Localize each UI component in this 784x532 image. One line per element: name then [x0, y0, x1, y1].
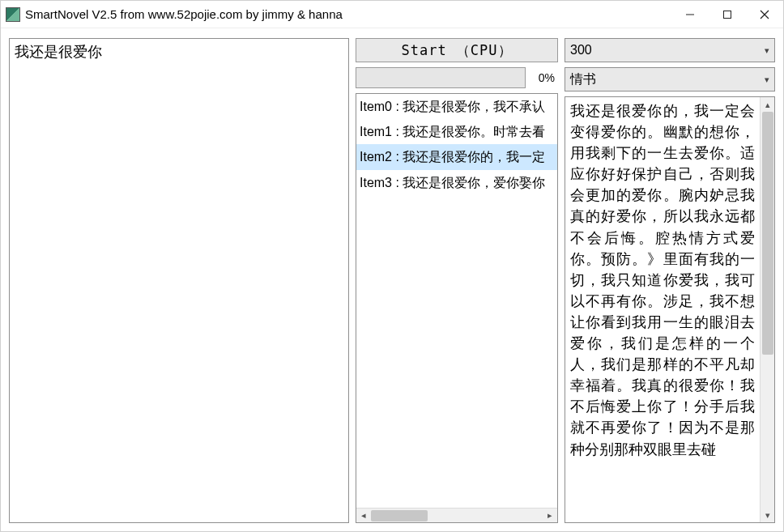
input-text: 我还是很爱你 [15, 44, 102, 60]
chevron-down-icon: ▾ [765, 45, 769, 56]
scroll-up-icon[interactable]: ▴ [761, 97, 775, 112]
client-area: 我还是很爱你 Start （CPU） 0% Item0 : 我还是很爱你，我不承… [1, 28, 783, 531]
horizontal-scrollbar[interactable]: ◂ ▸ [356, 508, 557, 522]
mid-column: Start （CPU） 0% Item0 : 我还是很爱你，我不承认Item1 … [356, 38, 558, 523]
progress-bar [356, 67, 526, 88]
chevron-down-icon: ▾ [765, 74, 769, 85]
progress-label: 0% [526, 67, 558, 88]
scroll-down-icon[interactable]: ▾ [761, 508, 775, 522]
right-column: 300 ▾ 情书 ▾ 我还是很爱你的，我一定会变得爱你的。幽默的想你，用我剩下的… [565, 38, 775, 523]
app-icon [6, 7, 20, 22]
maximize-icon [722, 10, 732, 19]
style-select[interactable]: 情书 ▾ [565, 67, 775, 92]
output-text: 我还是很爱你的，我一定会变得爱你的。幽默的想你，用我剩下的一生去爱你。适应你好好… [565, 97, 760, 522]
maximize-button[interactable] [709, 1, 746, 28]
svg-rect-1 [724, 11, 731, 18]
scroll-left-icon[interactable]: ◂ [356, 509, 371, 523]
output-textarea[interactable]: 我还是很爱你的，我一定会变得爱你的。幽默的想你，用我剩下的一生去爱你。适应你好好… [565, 96, 775, 523]
hscroll-track[interactable] [371, 509, 543, 522]
window-controls [671, 1, 783, 28]
progress-row: 0% [356, 67, 558, 88]
window-title: SmartNovel V2.5 from www.52pojie.com by … [25, 7, 671, 21]
vscroll-track[interactable] [761, 112, 774, 508]
list-item[interactable]: Item0 : 我还是很爱你，我不承认 [356, 94, 557, 119]
vscroll-thumb[interactable] [762, 112, 773, 355]
vertical-scrollbar[interactable]: ▴ ▾ [760, 97, 774, 522]
start-button[interactable]: Start （CPU） [356, 38, 558, 62]
style-select-value: 情书 [570, 71, 596, 88]
app-window: SmartNovel V2.5 from www.52pojie.com by … [0, 0, 784, 532]
hscroll-thumb[interactable] [371, 510, 428, 521]
minimize-icon [685, 10, 695, 19]
length-select[interactable]: 300 ▾ [565, 38, 775, 62]
scroll-right-icon[interactable]: ▸ [543, 509, 557, 523]
titlebar[interactable]: SmartNovel V2.5 from www.52pojie.com by … [1, 1, 783, 28]
list-item[interactable]: Item3 : 我还是很爱你，爱你娶你 [356, 170, 557, 195]
list-item[interactable]: Item1 : 我还是很爱你。时常去看 [356, 119, 557, 144]
results-list-body: Item0 : 我还是很爱你，我不承认Item1 : 我还是很爱你。时常去看It… [356, 94, 557, 508]
input-textarea[interactable]: 我还是很爱你 [9, 38, 349, 523]
close-button[interactable] [746, 1, 783, 28]
length-select-value: 300 [570, 43, 592, 57]
start-button-label: Start （CPU） [401, 41, 512, 60]
close-icon [760, 10, 769, 19]
minimize-button[interactable] [671, 1, 709, 28]
results-list[interactable]: Item0 : 我还是很爱你，我不承认Item1 : 我还是很爱你。时常去看It… [356, 93, 558, 523]
list-item[interactable]: Item2 : 我还是很爱你的，我一定 [356, 144, 557, 169]
